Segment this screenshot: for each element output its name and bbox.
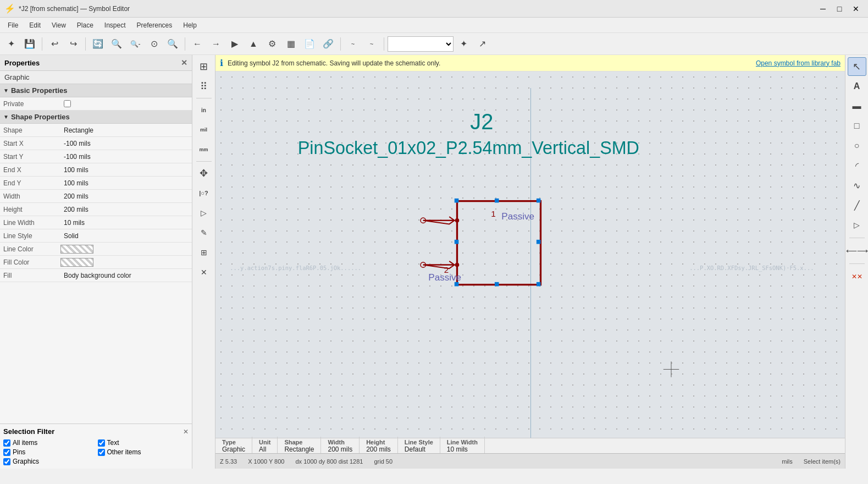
menu-help[interactable]: Help [178,19,202,31]
height-value: 200 mils [60,204,192,215]
rect-tool-btn[interactable]: □ [848,117,866,135]
menu-view[interactable]: View [46,19,71,31]
startx-label: Start X [0,138,60,149]
properties-panel: Properties ✕ Graphic ▼ Basic Properties … [0,55,192,424]
select-tool-btn[interactable]: ↖ [848,57,866,76]
grid-dots-btn[interactable]: ⠿ [195,77,213,96]
spline-tool-btn[interactable]: ∿ [848,176,866,195]
minimize-button[interactable]: ─ [815,3,831,15]
prop-height: Height 200 mils [0,203,192,216]
annotate-btn[interactable]: ✎ [195,223,213,242]
close-button[interactable]: ✕ [848,3,864,15]
move-tool-btn[interactable]: ✥ [195,164,213,183]
filter-title: Selection Filter [3,427,54,436]
shape-toggle[interactable]: ▼ [3,114,9,120]
starty-value: -100 mils [60,151,192,162]
footprint-btn[interactable]: ⊞ [195,243,213,262]
run-up-button[interactable]: ▲ [245,35,262,53]
crosshair-btn[interactable]: ⟵⟶ [848,241,866,260]
status-grid: grid 50 [374,458,392,465]
prop-starty: Start Y -100 mils [0,150,192,163]
shape-bi-val: Rectangle [284,446,314,453]
open-library-link[interactable]: Open symbol from library fab [756,59,841,67]
linecolor-swatch[interactable] [60,245,93,254]
zoom-fit-button[interactable]: ⊙ [145,35,163,53]
filter-text-label: Text [107,439,119,447]
circle-tool-btn[interactable]: ○ [848,136,866,155]
text-tool-btn[interactable]: A [848,77,866,96]
prop-startx: Start X -100 mils [0,137,192,150]
menu-place[interactable]: Place [71,19,99,31]
filter-all-checkbox[interactable] [3,439,10,447]
route-button-2[interactable]: → [207,35,225,53]
highlight-net-btn[interactable]: ▷ [195,204,213,222]
grid-full-btn[interactable]: ⊞ [195,57,213,76]
svg-rect-12 [537,282,541,287]
filter-pins-checkbox[interactable] [3,449,10,456]
net2-button[interactable]: ~ [363,35,380,53]
svg-text:Passive: Passive [501,211,534,222]
left-panel: Properties ✕ Graphic ▼ Basic Properties … [0,55,192,469]
run-button[interactable]: ▶ [226,35,244,53]
menu-preferences[interactable]: Preferences [131,19,178,31]
filter-graphics-label: Graphics [13,458,39,465]
selection-filter: Selection Filter ✕ All items Text Pins [0,424,192,469]
menu-bar: File Edit View Place Inspect Preferences… [0,18,868,33]
new-button[interactable]: ✦ [2,35,20,53]
refresh-button[interactable]: 🔄 [89,35,107,53]
arc-tool-btn[interactable]: ◜ [848,156,866,175]
units-mil-btn[interactable]: mil [195,120,213,139]
redo-button[interactable]: ↪ [64,35,82,53]
private-checkbox[interactable] [64,100,71,107]
settings-schematic[interactable]: ⚙ [263,35,281,53]
filter-text-checkbox[interactable] [98,439,105,447]
endx-value: 100 mils [60,164,192,175]
annotate-button[interactable]: ↗ [473,35,491,53]
svg-rect-6 [495,199,499,203]
bi-linewidth-label: Line Width [447,439,478,446]
save-button[interactable]: 💾 [21,35,38,53]
filter-other-checkbox[interactable] [98,449,105,456]
menu-file[interactable]: File [2,19,24,31]
units-mm-btn[interactable]: mm [195,140,213,159]
title-bar: ⚡ *J2 [from schematic] — Symbol Editor ─… [0,0,868,18]
properties-close[interactable]: ✕ [181,58,187,67]
maximize-button[interactable]: □ [832,3,847,15]
basic-toggle[interactable]: ▼ [3,87,9,94]
canvas-area[interactable]: ℹ Editing symbol J2 from schematic. Savi… [215,55,845,469]
table-button[interactable]: ▦ [282,35,300,53]
zoom-in-button[interactable]: 🔍 [108,35,125,53]
shape-bi-label: Shape [284,439,314,446]
type-label: Type [222,439,245,446]
bi-linestyle-val: Default [405,446,433,453]
netlist-button[interactable]: 🔗 [319,35,337,53]
svg-text:1: 1 [491,209,495,218]
net-inspector-btn[interactable]: |○? [195,184,213,202]
net1-button[interactable]: ~ [344,35,362,53]
line-tool-btn[interactable]: ╱ [848,196,866,215]
bi-height-cell: Height 200 mils [360,437,398,455]
units-in-btn[interactable]: in [195,101,213,119]
symbol-canvas: ...y.action7s.piny.flaR6P.05.jOk...... .… [215,72,845,469]
undo-button[interactable]: ↩ [46,35,63,53]
fillcolor-swatch[interactable] [60,258,93,267]
bi-linewidth-cell: Line Width 10 mils [440,437,485,455]
menu-edit[interactable]: Edit [24,19,46,31]
highlight-button[interactable]: ✦ [455,35,472,53]
cleanup-btn[interactable]: ✕ [195,263,213,282]
net-dropdown[interactable] [388,36,454,52]
filter-close[interactable]: ✕ [183,428,189,436]
netflag-tool-btn[interactable]: ▬ [848,97,866,116]
zoom-out-button[interactable]: 🔍- [126,35,144,53]
route-button-1[interactable]: ← [189,35,206,53]
arrow-tool-btn[interactable]: ▷ [848,216,866,234]
canvas-content[interactable]: ...y.action7s.piny.flaR6P.05.jOk...... .… [215,72,845,469]
zoom-selection-button[interactable]: 🔍 [164,35,181,53]
report-button[interactable]: 📄 [301,35,318,53]
prop-fill: Fill Body background color [0,269,192,282]
delete-btn[interactable]: ✕✕ [848,267,866,286]
window-title: *J2 [from schematic] — Symbol Editor [19,5,130,13]
basic-properties-section: ▼ Basic Properties [0,84,192,97]
menu-inspect[interactable]: Inspect [99,19,131,31]
filter-graphics-checkbox[interactable] [3,458,10,465]
